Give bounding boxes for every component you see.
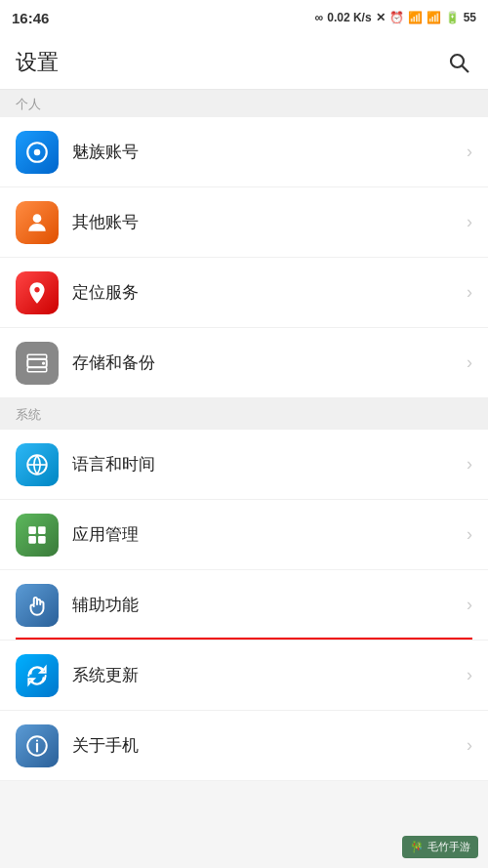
meizu-icon-graphic <box>24 140 50 165</box>
globe-icon <box>24 452 50 477</box>
location-icon <box>16 271 59 314</box>
chevron-icon: › <box>467 352 472 373</box>
chevron-icon: › <box>467 595 472 615</box>
svg-rect-13 <box>28 536 36 544</box>
search-icon <box>447 51 470 74</box>
status-bar: 16:46 ∞ 0.02 K/s ✕ ⏰ 📶 📶 🔋 55 <box>0 0 488 35</box>
list-item[interactable]: 其他账号 › <box>0 187 488 258</box>
chevron-icon: › <box>467 454 472 475</box>
signal-icon: ∞ <box>315 11 324 24</box>
list-item[interactable]: 存储和备份 › <box>0 328 488 398</box>
network-icon: ✕ <box>376 11 386 24</box>
svg-point-6 <box>42 361 45 364</box>
list-item[interactable]: 定位服务 › <box>0 258 488 328</box>
list-item[interactable]: 系统更新 › <box>0 641 488 711</box>
status-time: 16:46 <box>12 10 49 26</box>
chevron-icon: › <box>467 665 472 685</box>
location-label: 定位服务 <box>72 281 467 304</box>
search-button[interactable] <box>445 49 472 76</box>
svg-line-1 <box>463 65 469 72</box>
list-item[interactable]: 应用管理 › <box>0 500 488 570</box>
assist-label: 辅助功能 <box>72 594 467 616</box>
battery-icon: 🔋 <box>445 11 460 24</box>
update-icon <box>16 654 59 697</box>
svg-point-17 <box>36 739 38 741</box>
personal-settings-list: 魅族账号 › 其他账号 › 定位服务 › <box>0 117 488 398</box>
info-icon <box>24 733 50 759</box>
refresh-icon <box>24 663 50 688</box>
about-icon <box>16 724 59 767</box>
svg-rect-8 <box>27 367 47 371</box>
update-label: 系统更新 <box>72 664 467 686</box>
meizu-account-label: 魅族账号 <box>72 141 467 163</box>
chevron-icon: › <box>467 142 472 162</box>
svg-rect-14 <box>38 536 46 544</box>
svg-point-3 <box>34 148 41 155</box>
page-title: 设置 <box>16 48 59 77</box>
list-item[interactable]: 魅族账号 › <box>0 117 488 187</box>
watermark: 🎋 毛竹手游 <box>402 836 478 858</box>
system-settings-list: 语言和时间 › 应用管理 › 辅助功能 › <box>0 430 488 781</box>
section-label-system: 系统 <box>0 398 488 430</box>
svg-point-0 <box>451 55 464 67</box>
section-label-personal: 个人 <box>0 90 488 117</box>
alarm-icon: ⏰ <box>389 11 404 24</box>
storage-icon <box>16 342 59 385</box>
chevron-icon: › <box>467 282 472 303</box>
other-account-icon <box>16 201 59 244</box>
chevron-icon: › <box>467 524 472 545</box>
speed-indicator: 0.02 K/s <box>327 11 371 24</box>
cellular-icon: 📶 <box>427 11 441 24</box>
person-icon <box>24 210 50 235</box>
wifi-icon: 📶 <box>408 11 423 24</box>
svg-rect-7 <box>27 354 47 358</box>
app-header: 设置 <box>0 35 488 90</box>
svg-rect-12 <box>38 526 46 534</box>
svg-point-4 <box>33 214 42 223</box>
list-item[interactable]: 语言和时间 › <box>0 430 488 500</box>
language-label: 语言和时间 <box>72 453 467 475</box>
storage-icon-graphic <box>24 351 50 376</box>
about-label: 关于手机 <box>72 734 467 757</box>
storage-label: 存储和备份 <box>72 351 467 374</box>
svg-rect-11 <box>28 526 36 534</box>
chevron-icon: › <box>467 735 472 756</box>
pin-icon <box>24 280 50 306</box>
battery-level: 55 <box>464 11 476 24</box>
hand-icon <box>24 593 50 618</box>
assist-icon <box>16 584 59 627</box>
apps-label: 应用管理 <box>72 523 467 546</box>
apps-icon-graphic <box>24 522 50 548</box>
chevron-icon: › <box>467 212 472 232</box>
watermark-text: 毛竹手游 <box>427 840 470 854</box>
language-icon <box>16 443 59 486</box>
list-item[interactable]: 关于手机 › <box>0 711 488 781</box>
meizu-account-icon <box>16 131 59 174</box>
apps-icon <box>16 514 59 557</box>
watermark-icon: 🎋 <box>410 841 424 853</box>
other-account-label: 其他账号 <box>72 211 467 233</box>
list-item[interactable]: 辅助功能 › <box>0 570 488 641</box>
status-icons: ∞ 0.02 K/s ✕ ⏰ 📶 📶 🔋 55 <box>315 11 476 24</box>
